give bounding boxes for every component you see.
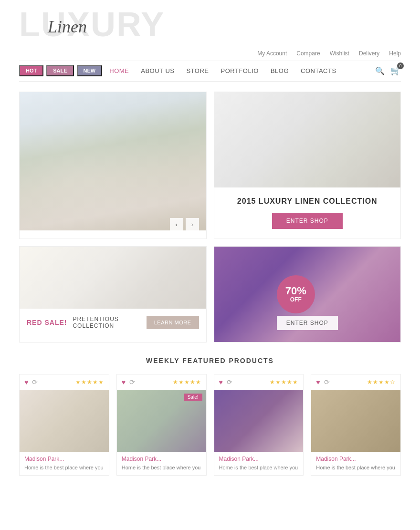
sale-badge-2: Sale! xyxy=(184,394,202,401)
weekly-featured: WEEKLY FEATURED PRODUCTS ♥ ⟳ ★★★★★ Madis… xyxy=(19,357,401,476)
discount-badge: 70% OFF xyxy=(277,275,315,313)
promo-sale-banner: RED SALE! PRETENTIOUS COLLECTION LEARN M… xyxy=(19,246,207,343)
product-image-1 xyxy=(20,390,109,452)
product-actions-2: ♥ ⟳ xyxy=(122,378,135,386)
wishlist-icon-1[interactable]: ♥ xyxy=(24,378,28,386)
product-image-3 xyxy=(214,390,304,452)
stars-4: ★★★★☆ xyxy=(367,379,396,385)
share-icon-3[interactable]: ⟳ xyxy=(227,378,232,386)
promo-desc: PRETENTIOUS COLLECTION xyxy=(73,316,140,329)
cart-count: 0 xyxy=(397,62,404,69)
product-name-1[interactable]: Madison Park... xyxy=(24,456,104,462)
product-top-2: ♥ ⟳ ★★★★★ xyxy=(117,374,206,390)
badge-sale[interactable]: SALE xyxy=(46,65,74,76)
promo-enter-shop-button[interactable]: ENTER SHOP xyxy=(277,316,338,330)
product-img-wrap-4 xyxy=(311,390,400,452)
nav-about-us[interactable]: ABOUT US xyxy=(141,67,174,74)
nav-blog[interactable]: BLOG xyxy=(271,67,289,74)
promo-sale-content: RED SALE! PRETENTIOUS COLLECTION LEARN M… xyxy=(20,309,206,336)
logo-script-text: Linen xyxy=(48,17,87,37)
wishlist-icon-2[interactable]: ♥ xyxy=(122,378,126,386)
product-card-3: ♥ ⟳ ★★★★★ Madison Park... Home is the be… xyxy=(214,374,304,476)
share-icon-4[interactable]: ⟳ xyxy=(324,378,330,386)
red-sale-label: RED SALE! xyxy=(27,319,67,326)
stars-3: ★★★★★ xyxy=(270,379,298,385)
collection-image xyxy=(214,92,401,187)
product-top-1: ♥ ⟳ ★★★★★ xyxy=(20,374,109,390)
top-bar-help[interactable]: Help xyxy=(389,50,401,57)
product-info-3: Madison Park... Home is the best place w… xyxy=(214,452,304,475)
hero-arrows: ‹ › xyxy=(170,218,199,231)
logo-background-text: LUXURY xyxy=(19,5,165,43)
product-actions-3: ♥ ⟳ xyxy=(219,378,232,386)
product-card-2: ♥ ⟳ ★★★★★ Sale! Madison Park... Home is … xyxy=(116,374,207,476)
product-top-3: ♥ ⟳ ★★★★★ xyxy=(214,374,304,390)
product-card-4: ♥ ⟳ ★★★★☆ Madison Park... Home is the be… xyxy=(311,374,401,476)
nav-icons: 🔍 🛒 0 xyxy=(375,65,401,76)
nav-store[interactable]: STORE xyxy=(186,67,209,74)
product-actions-4: ♥ ⟳ xyxy=(316,378,329,386)
product-desc-3: Home is the best place where you xyxy=(219,464,299,471)
promo-discount-banner: 70% OFF ENTER SHOP xyxy=(214,246,401,343)
enter-shop-button[interactable]: ENTER SHOP xyxy=(272,213,343,229)
stars-2: ★★★★★ xyxy=(173,379,201,385)
hero-collection: 2015 LUXURY LINEN COLLECTION ENTER SHOP xyxy=(214,92,401,239)
nav-area: HOT SALE NEW HOME ABOUT US STORE PORTFOL… xyxy=(19,65,401,82)
share-icon-1[interactable]: ⟳ xyxy=(32,378,38,386)
product-name-4[interactable]: Madison Park... xyxy=(316,456,396,462)
hero-slider-image xyxy=(20,92,206,230)
product-name-3[interactable]: Madison Park... xyxy=(219,456,299,462)
header: LUXURY Linen My Account Compare Wishlist… xyxy=(0,0,420,82)
discount-off-text: OFF xyxy=(290,296,302,303)
top-bar-compare[interactable]: Compare xyxy=(296,50,320,57)
logo-area: LUXURY Linen xyxy=(19,7,401,42)
nav-contacts[interactable]: CONTACTS xyxy=(301,67,336,74)
product-info-2: Madison Park... Home is the best place w… xyxy=(117,452,206,475)
hero-grid: ‹ › 2015 LUXURY LINEN COLLECTION ENTER S… xyxy=(19,92,401,239)
cart-button[interactable]: 🛒 0 xyxy=(390,65,401,76)
next-arrow[interactable]: › xyxy=(186,218,199,231)
top-bar-my-account[interactable]: My Account xyxy=(257,50,287,57)
learn-more-button[interactable]: LEARN MORE xyxy=(147,316,199,329)
stars-1: ★★★★★ xyxy=(75,379,104,385)
wishlist-icon-3[interactable]: ♥ xyxy=(219,378,223,386)
badge-hot[interactable]: HOT xyxy=(19,65,43,76)
nav-home[interactable]: HOME xyxy=(109,67,129,74)
wishlist-icon-4[interactable]: ♥ xyxy=(316,378,320,386)
nav-badges: HOT SALE NEW xyxy=(19,65,102,76)
product-name-2[interactable]: Madison Park... xyxy=(122,456,201,462)
product-desc-2: Home is the best place where you xyxy=(122,464,201,471)
promo-sale-image xyxy=(20,247,206,309)
top-bar-wishlist[interactable]: Wishlist xyxy=(330,50,349,57)
collection-info: 2015 LUXURY LINEN COLLECTION ENTER SHOP xyxy=(214,187,401,239)
promo-grid: RED SALE! PRETENTIOUS COLLECTION LEARN M… xyxy=(19,246,401,343)
product-card-1: ♥ ⟳ ★★★★★ Madison Park... Home is the be… xyxy=(19,374,109,476)
prev-arrow[interactable]: ‹ xyxy=(170,218,183,231)
collection-title: 2015 LUXURY LINEN COLLECTION xyxy=(237,197,378,206)
badge-new[interactable]: NEW xyxy=(77,65,103,76)
discount-percent: 70% xyxy=(285,286,306,296)
product-img-wrap-3 xyxy=(214,390,304,452)
nav-links: HOME ABOUT US STORE PORTFOLIO BLOG CONTA… xyxy=(109,67,375,74)
search-icon[interactable]: 🔍 xyxy=(375,66,385,75)
main-content: ‹ › 2015 LUXURY LINEN COLLECTION ENTER S… xyxy=(0,82,420,495)
product-top-4: ♥ ⟳ ★★★★☆ xyxy=(311,374,400,390)
top-bar-delivery[interactable]: Delivery xyxy=(359,50,379,57)
weekly-title: WEEKLY FEATURED PRODUCTS xyxy=(19,357,401,364)
nav-portfolio[interactable]: PORTFOLIO xyxy=(221,67,259,74)
product-actions-1: ♥ ⟳ xyxy=(24,378,38,386)
top-bar: My Account Compare Wishlist Delivery Hel… xyxy=(19,46,401,61)
product-image-4 xyxy=(311,390,400,452)
hero-slider: ‹ › xyxy=(19,92,207,239)
product-info-4: Madison Park... Home is the best place w… xyxy=(311,452,400,475)
product-desc-4: Home is the best place where you xyxy=(316,464,396,471)
product-img-wrap-2: Sale! xyxy=(117,390,206,452)
product-img-wrap-1 xyxy=(20,390,109,452)
share-icon-2[interactable]: ⟳ xyxy=(129,378,135,386)
product-info-1: Madison Park... Home is the best place w… xyxy=(20,452,109,475)
products-grid: ♥ ⟳ ★★★★★ Madison Park... Home is the be… xyxy=(19,374,401,476)
product-desc-1: Home is the best place where you xyxy=(24,464,104,471)
